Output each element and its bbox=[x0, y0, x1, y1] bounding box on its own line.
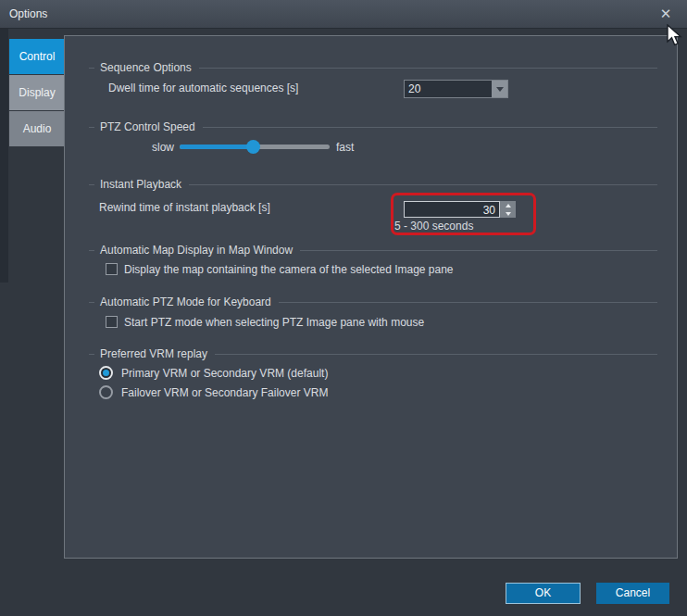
ok-button[interactable]: OK bbox=[506, 583, 581, 604]
section-rule bbox=[199, 68, 657, 69]
close-icon[interactable]: ✕ bbox=[653, 2, 679, 26]
spinner-down-button[interactable] bbox=[500, 209, 516, 218]
section-dash bbox=[89, 68, 94, 69]
section-rule bbox=[203, 127, 657, 128]
section-dash bbox=[89, 250, 94, 251]
section-dash bbox=[89, 127, 94, 128]
ptz-keyboard-checkbox-label: Start PTZ mode when selecting PTZ Image … bbox=[124, 316, 424, 329]
spinner-down-icon bbox=[506, 212, 511, 216]
section-title: Instant Playback bbox=[100, 178, 181, 191]
section-title: Automatic Map Display in Map Window bbox=[100, 244, 293, 257]
rewind-range-hint: 5 - 300 seconds bbox=[394, 220, 473, 233]
tab-display[interactable]: Display bbox=[9, 75, 65, 110]
rewind-time-input[interactable]: 30 bbox=[404, 201, 500, 218]
settings-panel: Sequence Options Dwell time for automati… bbox=[64, 35, 678, 559]
vrm-primary-radio[interactable] bbox=[99, 366, 113, 380]
section-dash bbox=[89, 302, 94, 303]
sidebar-tabs: Control Display Audio bbox=[9, 39, 65, 147]
section-rule bbox=[279, 302, 657, 303]
tab-strip-background bbox=[0, 29, 8, 283]
ptz-keyboard-checkbox[interactable] bbox=[106, 316, 118, 328]
ptz-speed-thumb[interactable] bbox=[246, 140, 260, 154]
tab-audio[interactable]: Audio bbox=[9, 111, 65, 146]
slider-slow-label: slow bbox=[148, 141, 174, 154]
slider-fast-label: fast bbox=[336, 141, 354, 154]
section-instant-playback: Instant Playback bbox=[89, 178, 657, 191]
cancel-button[interactable]: Cancel bbox=[596, 583, 669, 604]
rewind-time-spinner bbox=[500, 201, 516, 218]
section-vrm-replay: Preferred VRM replay bbox=[89, 347, 657, 360]
spinner-up-button[interactable] bbox=[500, 201, 516, 209]
section-rule bbox=[215, 354, 657, 355]
title-bar: Options bbox=[0, 0, 687, 29]
section-ptz-control-speed: PTZ Control Speed bbox=[89, 120, 657, 133]
map-display-checkbox[interactable] bbox=[106, 263, 118, 275]
dwell-time-label: Dwell time for automatic sequences [s] bbox=[108, 82, 298, 94]
section-title: PTZ Control Speed bbox=[100, 120, 195, 133]
section-title: Sequence Options bbox=[100, 61, 192, 74]
section-title: Preferred VRM replay bbox=[100, 347, 207, 360]
window-title: Options bbox=[9, 7, 47, 20]
section-title: Automatic PTZ Mode for Keyboard bbox=[100, 295, 271, 308]
rewind-time-label: Rewind time of instant playback [s] bbox=[99, 201, 270, 214]
options-dialog: Options ✕ Control Display Audio Sequence… bbox=[0, 0, 687, 616]
section-sequence-options: Sequence Options bbox=[89, 61, 657, 74]
vrm-primary-label: Primary VRM or Secondary VRM (default) bbox=[121, 367, 328, 380]
dwell-time-select[interactable]: 20 bbox=[404, 80, 508, 98]
map-display-checkbox-label: Display the map containing the camera of… bbox=[124, 263, 454, 276]
slider-fill bbox=[180, 145, 253, 149]
tab-control[interactable]: Control bbox=[9, 39, 65, 74]
section-ptz-keyboard: Automatic PTZ Mode for Keyboard bbox=[89, 295, 657, 308]
dwell-time-value: 20 bbox=[405, 81, 492, 97]
vrm-failover-radio[interactable] bbox=[99, 385, 113, 399]
chevron-down-icon bbox=[496, 87, 504, 92]
section-rule bbox=[189, 184, 657, 185]
dropdown-button[interactable] bbox=[492, 81, 507, 97]
section-map-display: Automatic Map Display in Map Window bbox=[89, 244, 657, 257]
section-dash bbox=[89, 354, 94, 355]
vrm-failover-label: Failover VRM or Secondary Failover VRM bbox=[121, 386, 328, 399]
section-rule bbox=[300, 250, 657, 251]
section-dash bbox=[89, 184, 94, 185]
ptz-speed-slider[interactable] bbox=[180, 145, 330, 149]
spinner-up-icon bbox=[506, 204, 511, 207]
